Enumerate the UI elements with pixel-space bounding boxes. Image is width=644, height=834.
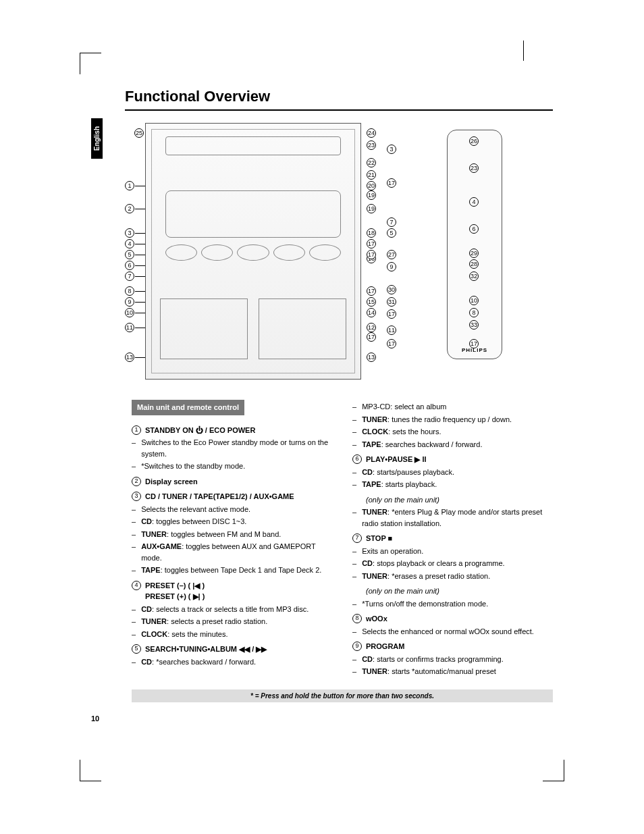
item-number: 6 [352, 454, 362, 464]
callout: 11 [125, 323, 134, 332]
callout: 11 [387, 325, 396, 335]
item-number: 7 [352, 533, 362, 543]
callout: 17 [367, 250, 376, 259]
item-number: 2 [132, 477, 141, 486]
callout: 12 [367, 323, 376, 332]
item-sub: –TUNER: toggles between FM and M band. [132, 529, 332, 540]
callout: 29 [469, 249, 479, 258]
callout: 19 [367, 190, 376, 200]
callout: 1 [125, 181, 134, 190]
item-number: 5 [132, 644, 141, 654]
page-number: 10 [91, 714, 553, 723]
callout: 2 [125, 204, 134, 213]
control-item: 8wOOx [352, 613, 553, 625]
callout: 7 [387, 217, 396, 227]
callout: 27 [387, 250, 396, 259]
control-item: 5SEARCH•TUNING•ALBUM ◀◀ / ▶▶ [132, 644, 332, 655]
callout: 18 [367, 228, 376, 238]
control-item: 1STANDBY ON ⏻ / ECO POWER [132, 425, 332, 436]
item-heading: CD / TUNER / TAPE(TAPE1/2) / AUX•GAME [145, 491, 332, 502]
page-title: Functional Overview [125, 88, 553, 111]
callout: 19 [367, 204, 376, 213]
item-sub: –CD: *searches backward / forward. [132, 656, 332, 668]
device-diagram: 123456789101113 25 242322212019191817161… [132, 123, 553, 380]
left-column: Main unit and remote control 1STANDBY ON… [132, 400, 332, 677]
item-sub: –CLOCK: sets the hours. [352, 426, 553, 438]
crop-mark [80, 53, 101, 74]
callout: 31 [387, 297, 396, 307]
callout: 28 [469, 259, 479, 269]
callout: 17 [469, 339, 479, 348]
item-sub: –Exits an operation. [352, 546, 553, 557]
callout: 13 [125, 353, 134, 362]
item-sub: –TUNER: tunes the radio frequency up / d… [352, 414, 553, 425]
item-heading: STANDBY ON ⏻ / ECO POWER [145, 425, 332, 436]
control-item: 2Display screen [132, 476, 332, 488]
crop-mark [80, 760, 101, 781]
callout: 4 [469, 197, 479, 207]
item-number: 1 [132, 425, 141, 435]
callout: 7 [125, 271, 134, 281]
item-heading: Display screen [145, 476, 332, 488]
control-item: 6PLAY•PAUSE ▶ II [352, 454, 553, 465]
callout: 17 [387, 339, 396, 348]
callout: 20 [367, 181, 376, 190]
item-sub: –TAPE: searches backward / forward. [352, 439, 553, 450]
callout: 23 [367, 140, 376, 150]
item-sub: –TUNER: *erases a preset radio station. [352, 571, 553, 582]
item-sub: –CD: toggles between DISC 1~3. [132, 516, 332, 527]
callout: 13 [367, 353, 376, 362]
item-number: 8 [352, 614, 362, 623]
callout: 26 [469, 136, 479, 146]
item-number: 3 [132, 492, 141, 501]
item-heading: STOP ■ [366, 533, 553, 544]
callout: 23 [469, 163, 479, 173]
description-columns: Main unit and remote control 1STANDBY ON… [132, 400, 553, 677]
callout: 22 [367, 158, 376, 167]
item-note: (only on the main unit) [352, 585, 553, 597]
item-sub: –CD: stops playback or clears a programm… [352, 558, 553, 569]
item-sub: –CLOCK: sets the minutes. [132, 629, 332, 640]
callout: 10 [469, 296, 479, 305]
item-sub: –*Switches to the standby mode. [132, 461, 332, 472]
callout: 5 [387, 228, 396, 238]
item-number: 4 [132, 581, 141, 590]
item-sub: –CD: starts/pauses playback. [352, 467, 553, 478]
item-sub: –Selects the enhanced or normal wOOx sou… [352, 626, 553, 637]
callout: 17 [387, 178, 396, 188]
callout: 6 [125, 261, 134, 270]
page-content: English Functional Overview 123456789101… [91, 88, 553, 723]
callout: 15 [367, 297, 376, 307]
callout: 9 [125, 297, 134, 307]
item-sub: –Selects the relevant active mode. [132, 504, 332, 515]
callout: 17 [367, 286, 376, 296]
crop-mark [523, 41, 534, 61]
item-sub: –TUNER: starts *automatic/manual preset [352, 666, 553, 677]
section-heading: Main unit and remote control [132, 400, 244, 415]
callout: 3 [125, 228, 134, 238]
callout: 5 [125, 250, 134, 259]
callout: 17 [387, 309, 396, 319]
callout: 30 [387, 285, 396, 294]
item-sub: –*Turns on/off the demonstration mode. [352, 598, 553, 610]
callout: 8 [469, 308, 479, 317]
item-sub: –Switches to the Eco Power standby mode … [132, 437, 332, 459]
language-tab: English [91, 118, 103, 159]
callout: 14 [367, 308, 376, 317]
control-item: 3CD / TUNER / TAPE(TAPE1/2) / AUX•GAME [132, 491, 332, 502]
item-sub: –TUNER: selects a preset radio station. [132, 616, 332, 627]
item-sub: –TUNER: *enters Plug & Play mode and/or … [352, 506, 553, 529]
main-unit-illustration [145, 123, 361, 380]
callout: 21 [367, 170, 376, 180]
item-number: 9 [352, 642, 362, 651]
control-item: 7STOP ■ [352, 533, 553, 544]
right-column: –MP3-CD: select an album–TUNER: tunes th… [352, 400, 553, 677]
item-sub: –CD: starts or confirms tracks programmi… [352, 654, 553, 665]
item-sub: –TAPE: toggles between Tape Deck 1 and T… [132, 565, 332, 576]
callout: 10 [125, 308, 134, 317]
item-sub: –TAPE: starts playback. [352, 479, 553, 490]
callout: 6 [469, 224, 479, 234]
item-sub: –CD: selects a track or selects a title … [132, 604, 332, 615]
callout-25: 25 [134, 128, 144, 138]
item-sub: –AUX•GAME: toggles between AUX and GAMEP… [132, 541, 332, 563]
